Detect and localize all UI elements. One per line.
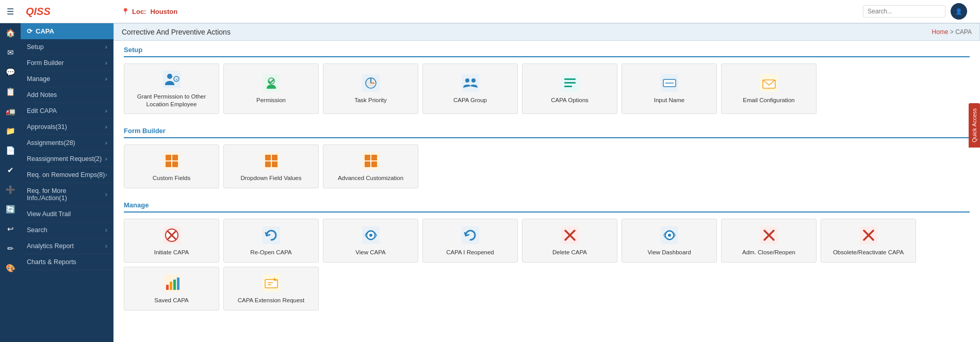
sidebar-item-label: Assignments(28) xyxy=(27,139,75,146)
plus-icon[interactable]: ➕ xyxy=(6,180,15,200)
sidebar-item-reassignment[interactable]: Reassignment Request(2) › xyxy=(21,151,113,167)
card-label: Dropdown Field Values xyxy=(240,174,301,182)
chat-icon[interactable]: 💬 xyxy=(6,62,15,82)
page-title: Corrective And Preventive Actions xyxy=(122,28,231,36)
card-capa-reopened[interactable]: CAPA I Reopened xyxy=(422,219,518,263)
search-input[interactable] xyxy=(863,5,945,18)
svg-rect-45 xyxy=(462,226,479,244)
advanced-custom-icon xyxy=(361,151,381,171)
sidebar-item-view-audit[interactable]: View Audit Trail xyxy=(21,206,113,222)
card-custom-fields[interactable]: Custom Fields xyxy=(124,144,219,188)
svg-rect-16 xyxy=(564,86,572,87)
adm-close-icon xyxy=(759,225,779,246)
card-label: Adm. Close/Reopen xyxy=(742,249,795,256)
arrow-icon: › xyxy=(105,139,107,146)
email-icon[interactable]: ✉ xyxy=(7,43,14,62)
card-task-priority[interactable]: Task Priority xyxy=(323,63,418,114)
edit-nav-icon[interactable]: ✏ xyxy=(7,239,14,258)
sidebar-item-req-removed[interactable]: Req. on Removed Emps(8) › xyxy=(21,167,113,183)
card-obsolete[interactable]: Obsolete/Reactivate CAPA xyxy=(821,219,916,263)
refresh-nav-icon[interactable]: 🔄 xyxy=(6,200,15,219)
card-grant-permission[interactable]: + Grant Permission to Other Location Emp… xyxy=(124,63,219,114)
card-advanced-custom[interactable]: Advanced Customization xyxy=(323,144,418,188)
capa-header[interactable]: ⟳ CAPA xyxy=(21,23,113,39)
card-adm-close[interactable]: Adm. Close/Reopen xyxy=(721,219,816,263)
arrow-icon: › xyxy=(105,43,107,51)
capa-reopened-icon xyxy=(460,225,481,246)
card-label: CAPA Group xyxy=(453,96,487,104)
sidebar-item-search[interactable]: Search › xyxy=(21,222,113,238)
sidebar-item-manage[interactable]: Manage › xyxy=(21,71,113,87)
svg-rect-28 xyxy=(265,155,271,160)
card-capa-group[interactable]: CAPA Group xyxy=(422,63,518,114)
breadcrumb-sep: > xyxy=(950,28,954,36)
card-dropdown-field[interactable]: Dropdown Field Values xyxy=(223,144,319,188)
card-label: CAPA I Reopened xyxy=(446,249,494,256)
input-name-icon xyxy=(659,73,680,93)
sidebar-item-label: Req. on Removed Emps(8) xyxy=(27,171,105,178)
truck-icon[interactable]: 🚛 xyxy=(6,102,15,121)
sidebar-item-charts[interactable]: Charts & Reports xyxy=(21,254,113,270)
svg-text:+: + xyxy=(175,77,178,82)
card-view-capa[interactable]: View CAPA xyxy=(323,219,418,263)
card-label: Initiate CAPA xyxy=(154,249,189,256)
sidebar-item-label: Search xyxy=(27,226,47,234)
folder-icon[interactable]: 📁 xyxy=(6,121,15,141)
svg-rect-30 xyxy=(265,161,271,167)
capa-extension-icon xyxy=(261,273,282,294)
sidebar-item-label: Approvals(31) xyxy=(27,123,67,131)
card-initiate-capa[interactable]: Initiate CAPA xyxy=(124,219,219,263)
return-icon[interactable]: ↩ xyxy=(7,219,14,239)
card-label: Custom Fields xyxy=(153,174,191,182)
document-icon[interactable]: 📄 xyxy=(6,141,15,160)
page-header: Corrective And Preventive Actions Home >… xyxy=(113,23,980,41)
card-delete-capa[interactable]: Delete CAPA xyxy=(522,219,617,263)
sidebar-item-label: Form Builder xyxy=(27,59,64,67)
card-capa-extension[interactable]: CAPA Extension Request xyxy=(223,267,319,311)
sidebar-item-analytics[interactable]: Analytics Report › xyxy=(21,238,113,254)
arrow-icon: › xyxy=(105,155,107,162)
card-reopen-capa[interactable]: Re-Open CAPA xyxy=(223,219,319,263)
permission-icon xyxy=(261,73,282,93)
card-permission[interactable]: Permission xyxy=(223,63,319,114)
sidebar-item-form-builder[interactable]: Form Builder › xyxy=(21,55,113,71)
quick-access-tab[interactable]: Quick Access xyxy=(969,103,980,148)
clipboard-icon[interactable]: 📋 xyxy=(6,82,15,102)
sidebar-item-label: Add Notes xyxy=(27,91,57,99)
arrow-icon: › xyxy=(105,59,107,67)
capa-group-icon xyxy=(460,73,481,93)
menu-icon[interactable]: ☰ xyxy=(7,7,14,17)
sidebar-item-approvals[interactable]: Approvals(31) › xyxy=(21,119,113,135)
svg-rect-10 xyxy=(462,74,479,92)
sidebar-item-edit-capa[interactable]: Edit CAPA › xyxy=(21,103,113,119)
svg-point-11 xyxy=(465,78,469,83)
sidebar-item-add-notes[interactable]: Add Notes xyxy=(21,87,113,103)
svg-rect-23 xyxy=(166,155,171,160)
card-label: Delete CAPA xyxy=(552,249,587,256)
svg-point-12 xyxy=(471,78,476,83)
card-email-config[interactable]: Email Configuration xyxy=(721,63,816,114)
location-display: 📍 Loc: Houston xyxy=(121,8,177,15)
svg-rect-60 xyxy=(170,282,172,290)
svg-rect-15 xyxy=(564,82,576,84)
avatar[interactable]: 👤 xyxy=(951,3,967,20)
card-view-dashboard[interactable]: View Dashboard xyxy=(622,219,717,263)
breadcrumb-home[interactable]: Home xyxy=(932,28,948,36)
palette-icon[interactable]: 🎨 xyxy=(6,258,15,278)
sidebar-item-label: Setup xyxy=(27,43,44,51)
card-input-name[interactable]: Input Name xyxy=(622,63,717,114)
sidebar-item-req-more-info[interactable]: Req. for More Info./Action(1) › xyxy=(21,183,113,206)
card-saved-capa[interactable]: Saved CAPA xyxy=(124,267,219,311)
svg-rect-26 xyxy=(172,161,178,167)
location-name: Houston xyxy=(150,8,177,15)
sidebar-item-assignments[interactable]: Assignments(28) › xyxy=(21,135,113,151)
card-label: CAPA Options xyxy=(551,96,589,104)
card-label: Grant Permission to Other Location Emplo… xyxy=(128,93,215,108)
home-icon[interactable]: 🏠 xyxy=(6,23,15,43)
arrow-icon: › xyxy=(105,226,107,234)
card-capa-options[interactable]: CAPA Options xyxy=(522,63,617,114)
view-dashboard-icon xyxy=(659,225,680,246)
breadcrumb: Home > CAPA xyxy=(932,28,972,36)
check-icon[interactable]: ✔ xyxy=(7,160,14,180)
sidebar-item-setup[interactable]: Setup › xyxy=(21,39,113,55)
